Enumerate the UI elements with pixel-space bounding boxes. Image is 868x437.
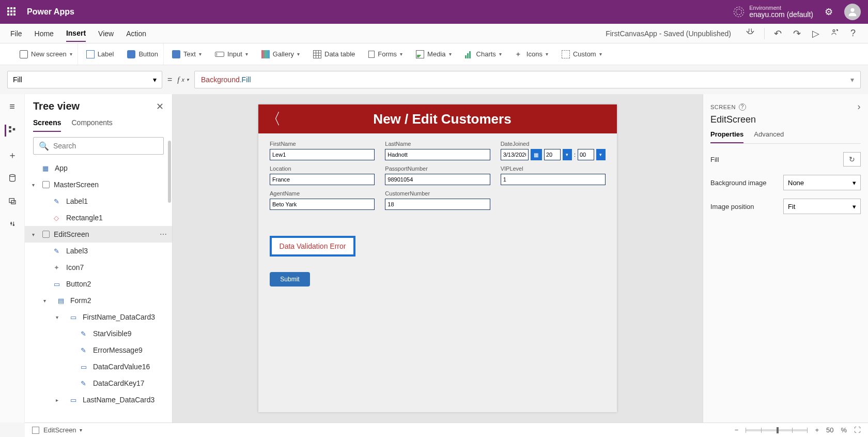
tab-properties[interactable]: Properties	[710, 130, 743, 143]
hour-dropdown-icon[interactable]: ▾	[563, 149, 572, 160]
bgimage-dropdown[interactable]: None▾	[783, 175, 861, 190]
chevron-down-icon: ▾	[153, 76, 157, 84]
input-agentname[interactable]	[270, 199, 375, 210]
formula-expand-icon[interactable]: ▾	[850, 76, 854, 84]
ribbon-button[interactable]: Button	[122, 43, 164, 65]
input-viplevel[interactable]	[501, 174, 606, 185]
zoom-in-button[interactable]: +	[815, 426, 819, 434]
panel-expand-icon[interactable]: ›	[858, 101, 861, 112]
tree-node-datacardkey[interactable]: ✎DataCardKey17	[25, 375, 172, 391]
environment-picker[interactable]: Environment enayu.com (default)	[734, 5, 813, 19]
app-launcher-icon[interactable]	[7, 7, 17, 17]
hamburger-icon[interactable]: ≡	[9, 101, 15, 112]
ribbon-new-screen[interactable]: New screen▾	[14, 43, 78, 65]
settings-gear-icon[interactable]: ⚙	[823, 6, 835, 18]
ribbon-icons[interactable]: ✦Icons▾	[510, 43, 553, 65]
tab-components[interactable]: Components	[71, 118, 112, 132]
property-selector[interactable]: Fill▾	[7, 71, 162, 88]
input-lastname[interactable]	[385, 149, 490, 160]
ribbon-label[interactable]: Label	[81, 43, 119, 65]
tree-node-masterscreen[interactable]: ▾MasterScreen	[25, 176, 172, 193]
back-arrow-icon[interactable]: 〈	[258, 109, 288, 130]
input-firstname[interactable]	[270, 149, 375, 160]
tree-node-datacardvalue[interactable]: ▭DataCardValue16	[25, 358, 172, 375]
tree-node-firstname-datacard[interactable]: ▾▭FirstName_DataCard3	[25, 309, 172, 325]
tree-search[interactable]: 🔍	[33, 137, 164, 155]
tree-node-label3[interactable]: ✎Label3	[25, 243, 172, 259]
ribbon-text[interactable]: Text▾	[167, 43, 207, 65]
ribbon-custom[interactable]: Custom▾	[556, 43, 607, 65]
minute-dropdown-icon[interactable]: ▾	[596, 149, 606, 160]
app-checker-icon[interactable]	[743, 26, 757, 40]
advanced-tools-icon[interactable]	[9, 220, 16, 231]
menu-view[interactable]: View	[98, 26, 114, 41]
fit-to-screen-icon[interactable]: ⛶	[854, 426, 861, 434]
more-icon[interactable]: ⋯	[160, 230, 167, 238]
tree-view-icon[interactable]	[5, 125, 17, 137]
tree-node-starvisible[interactable]: ✎StarVisible9	[25, 325, 172, 342]
ribbon-label-label: Label	[98, 50, 114, 58]
tree-node-label1[interactable]: ✎Label1	[25, 193, 172, 209]
ribbon-media[interactable]: Media▾	[411, 43, 456, 65]
zoom-value: 50	[826, 426, 833, 434]
ribbon-charts-label: Charts	[476, 50, 496, 58]
tree-node-lastname-datacard[interactable]: ▸▭LastName_DataCard3	[25, 391, 172, 408]
media-panel-icon[interactable]	[8, 197, 17, 208]
undo-icon[interactable]: ↶	[772, 27, 784, 40]
submit-button[interactable]: Submit	[270, 272, 310, 287]
minute-select[interactable]: 00	[578, 149, 594, 160]
menu-home[interactable]: Home	[35, 26, 54, 41]
input-customernumber[interactable]	[385, 199, 490, 210]
play-preview-icon[interactable]: ▷	[810, 27, 822, 40]
ribbon-gallery[interactable]: Gallery▾	[256, 43, 305, 65]
input-passport[interactable]	[385, 174, 490, 185]
fx-button[interactable]: fx▾	[177, 76, 189, 84]
imagepos-dropdown[interactable]: Fit▾	[783, 199, 861, 214]
ribbon-icons-label: Icons	[526, 50, 542, 58]
input-date[interactable]	[501, 149, 529, 160]
tree-scrollbar[interactable]	[168, 141, 171, 203]
tab-advanced[interactable]: Advanced	[754, 130, 784, 143]
close-icon[interactable]: ✕	[156, 101, 164, 112]
tree-node-button2[interactable]: ▭Button2	[25, 276, 172, 292]
tree-node-editscreen[interactable]: ▾EditScreen⋯	[25, 226, 172, 243]
data-icon[interactable]	[8, 174, 17, 185]
hour-select[interactable]: 20	[544, 149, 561, 160]
formula-input[interactable]: Background.Fill ▾	[194, 71, 861, 88]
status-breadcrumb[interactable]: EditScreen	[43, 426, 76, 434]
fill-color-swatch[interactable]: ↻	[843, 152, 861, 167]
menu-action[interactable]: Action	[126, 26, 146, 41]
tree-node-app[interactable]: ▦App	[25, 160, 172, 176]
menu-insert[interactable]: Insert	[66, 25, 86, 42]
zoom-slider[interactable]	[746, 429, 808, 431]
redo-icon[interactable]: ↷	[791, 27, 803, 40]
user-avatar[interactable]	[844, 4, 861, 20]
canvas-editscreen[interactable]: 〈 New / Edit Customers FirstName LastNam…	[258, 104, 617, 412]
tree-node-icon7[interactable]: ✦Icon7	[25, 259, 172, 276]
search-icon: 🔍	[39, 141, 49, 151]
add-icon[interactable]: ＋	[8, 149, 17, 161]
tree-node-form2[interactable]: ▾▤Form2	[25, 292, 172, 309]
ribbon-datatable[interactable]: Data table	[308, 43, 360, 65]
chevron-down-icon[interactable]: ▾	[80, 427, 82, 433]
search-input[interactable]	[53, 142, 158, 150]
help-icon[interactable]: ?	[848, 27, 858, 40]
share-icon[interactable]	[829, 27, 841, 40]
ribbon-charts[interactable]: Charts▾	[460, 43, 507, 65]
canvas-area[interactable]: 〈 New / Edit Customers FirstName LastNam…	[173, 94, 703, 423]
zoom-out-button[interactable]: −	[735, 426, 739, 434]
validation-error-button[interactable]: Data Validation Error	[270, 236, 355, 257]
calendar-icon[interactable]: ▦	[531, 149, 542, 160]
status-checkbox[interactable]	[32, 427, 39, 434]
menu-file[interactable]: File	[10, 26, 22, 41]
ribbon-text-label: Text	[183, 50, 196, 58]
ribbon-forms[interactable]: Forms▾	[363, 43, 408, 65]
tree-node-errormessage[interactable]: ✎ErrorMessage9	[25, 342, 172, 358]
tab-screens[interactable]: Screens	[33, 118, 61, 132]
tree-node-rectangle1[interactable]: ◇Rectangle1	[25, 209, 172, 226]
canvas-title: New / Edit Customers	[288, 111, 617, 127]
help-badge-icon[interactable]: ?	[739, 103, 746, 111]
ribbon-input[interactable]: Input▾	[210, 43, 253, 65]
prop-label-fill: Fill	[710, 156, 843, 163]
input-location[interactable]	[270, 174, 375, 185]
